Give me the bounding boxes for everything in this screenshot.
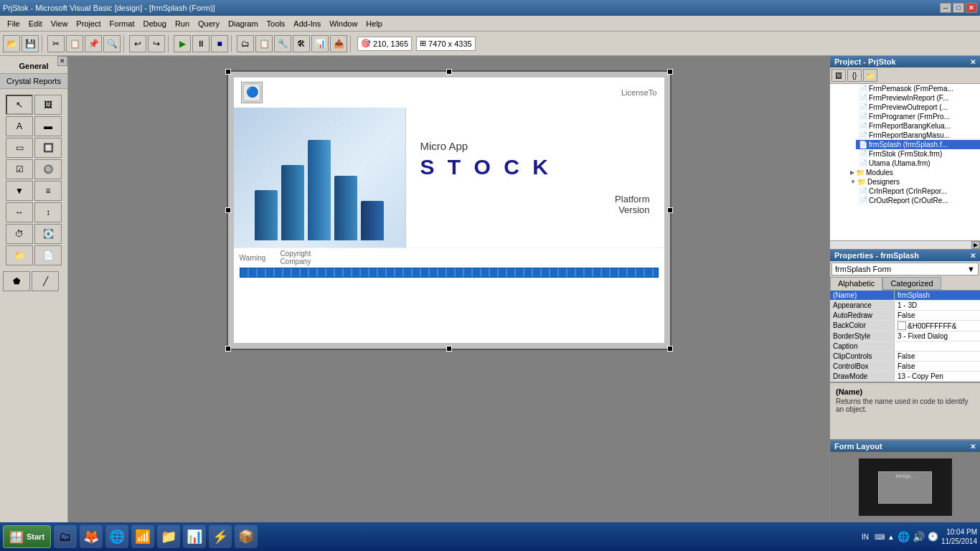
prop-row-backcolor[interactable]: BackColor &H00FFFFFF& xyxy=(830,321,980,331)
tool-line[interactable]: ╱ xyxy=(32,271,59,291)
tool-drive[interactable]: 💽 xyxy=(34,224,62,244)
properties-selector[interactable]: frmSplash Form ▼ xyxy=(831,263,979,276)
tree-item-frmpema[interactable]: 📄 FrmPemasok (FrmPema... xyxy=(856,84,980,93)
tool-pointer[interactable]: ↖ xyxy=(6,95,33,115)
tool-vscroll[interactable]: ↕ xyxy=(34,202,62,222)
tree-item-crinreport[interactable]: 📄 CrInReport (CrInRepor... xyxy=(856,187,980,196)
tool-textbox[interactable]: ▬ xyxy=(34,116,62,136)
tb-run-btn[interactable]: ▶ xyxy=(174,35,191,52)
tab-categorized[interactable]: Categorized xyxy=(882,277,941,290)
tree-item-designers[interactable]: ▼ 📁 Designers xyxy=(847,177,980,187)
tree-item-frmsplash[interactable]: 📄 frmSplash (frmSplash.f... xyxy=(856,140,980,149)
tool-label[interactable]: A xyxy=(6,116,33,136)
tool-picturebox[interactable]: 🖼 xyxy=(34,95,62,115)
taskbar-icon-folder[interactable]: 📁 xyxy=(157,525,180,548)
properties-close-btn[interactable]: ✕ xyxy=(970,252,976,260)
tree-item-frmpreviewout[interactable]: 📄 FrmPreviewOutreport (... xyxy=(856,103,980,112)
tree-item-frmprog[interactable]: 📄 FrmProgramer (FrmPro... xyxy=(856,112,980,121)
tb-misc2-btn[interactable]: 📤 xyxy=(330,35,347,52)
tab-crystal-reports[interactable]: Crystal Reports xyxy=(0,74,67,89)
tool-dir[interactable]: 📁 xyxy=(6,245,33,265)
toggle-folders-btn[interactable]: 📁 xyxy=(863,69,877,82)
tool-hscroll[interactable]: ↔ xyxy=(6,202,33,222)
project-close-btn[interactable]: ✕ xyxy=(970,58,976,66)
tool-shape[interactable]: ⬟ xyxy=(3,271,30,291)
tool-combo[interactable]: ▼ xyxy=(6,181,33,201)
view-object-btn[interactable]: 🖼 xyxy=(831,69,846,82)
tool-list[interactable]: ≡ xyxy=(34,181,62,201)
prop-row-appearance[interactable]: Appearance 1 - 3D xyxy=(830,301,980,311)
menu-diagram[interactable]: Diagram xyxy=(224,18,263,29)
tb-find-btn[interactable]: 🔍 xyxy=(103,35,121,52)
form-canvas[interactable]: 🔵 LicenseTo xyxy=(227,70,672,350)
minimize-button[interactable]: ─ xyxy=(940,3,951,13)
form-preview-box[interactable]: frmSpl... xyxy=(878,471,932,504)
tb-tool-btn[interactable]: 🛠 xyxy=(293,35,310,52)
prop-row-drawmode[interactable]: DrawMode 13 - Copy Pen xyxy=(830,372,980,382)
menu-addins[interactable]: Add-Ins xyxy=(289,18,325,29)
tb-stop-btn[interactable]: ■ xyxy=(211,35,228,52)
menu-edit[interactable]: Edit xyxy=(24,18,47,29)
prop-row-name[interactable]: (Name) frmSplash xyxy=(830,291,980,301)
start-button[interactable]: 🪟 Start xyxy=(3,525,51,548)
taskbar-icon-file[interactable]: 🗂 xyxy=(54,525,77,548)
tb-pause-btn[interactable]: ⏸ xyxy=(192,35,209,52)
menu-query[interactable]: Query xyxy=(194,18,224,29)
prop-row-clipcontrols[interactable]: ClipControls False xyxy=(830,352,980,362)
up-arrow-icon[interactable]: ▲ xyxy=(887,533,895,541)
tb-fmly-btn[interactable]: 🔧 xyxy=(274,35,291,52)
tb-misc1-btn[interactable]: 📊 xyxy=(311,35,329,52)
taskbar-icon-pkg[interactable]: 📦 xyxy=(235,525,258,548)
toolbox-close-btn[interactable]: ✕ xyxy=(57,56,67,66)
close-button[interactable]: ✕ xyxy=(966,3,977,13)
tb-copy-btn[interactable]: 📋 xyxy=(66,35,83,52)
taskbar-icon-report[interactable]: 📊 xyxy=(183,525,206,548)
menu-help[interactable]: Help xyxy=(362,18,387,29)
tb-redo-btn[interactable]: ↪ xyxy=(148,35,165,52)
menu-tools[interactable]: Tools xyxy=(263,18,290,29)
prop-row-controlbox[interactable]: ControlBox False xyxy=(830,362,980,372)
tree-item-utama[interactable]: 📄 Utama (Utama.frm) xyxy=(856,159,980,168)
menu-view[interactable]: View xyxy=(47,18,72,29)
tb-cut-btn[interactable]: ✂ xyxy=(47,35,65,52)
taskbar-icon-chrome[interactable]: 🌐 xyxy=(105,525,128,548)
tab-alphabetic[interactable]: Alphabetic xyxy=(830,277,882,291)
prop-name-value: frmSplash xyxy=(895,291,980,300)
tool-checkbox[interactable]: ☑ xyxy=(6,159,33,179)
tb-proj-btn[interactable]: 🗂 xyxy=(237,35,254,52)
size-value: 7470 x 4335 xyxy=(428,39,472,48)
tb-save-btn[interactable]: 💾 xyxy=(22,35,39,52)
taskbar-icon-browser[interactable]: 🦊 xyxy=(80,525,103,548)
tool-radio[interactable]: 🔘 xyxy=(34,159,62,179)
menu-file[interactable]: File xyxy=(3,18,24,29)
tool-frame[interactable]: ▭ xyxy=(6,138,33,158)
tree-item-croutreport[interactable]: 📄 CrOutReport (CrOutRe... xyxy=(856,196,980,205)
taskbar-icon-wifi[interactable]: 📶 xyxy=(131,525,154,548)
network-icon[interactable]: 🌐 xyxy=(897,531,910,542)
form-layout-close-btn[interactable]: ✕ xyxy=(970,443,976,451)
tb-paste-btn[interactable]: 📌 xyxy=(85,35,102,52)
tb-prop-btn[interactable]: 📋 xyxy=(255,35,273,52)
tree-item-frmreportmasu[interactable]: 📄 FrmReportBarangMasu... xyxy=(856,131,980,140)
volume-icon[interactable]: 🔊 xyxy=(913,531,925,542)
view-code-btn[interactable]: {} xyxy=(847,69,862,82)
tree-item-frmreportkelua[interactable]: 📄 FrmReportBarangKelua... xyxy=(856,121,980,131)
prop-row-borderstyle[interactable]: BorderStyle 3 - Fixed Dialog xyxy=(830,331,980,342)
menu-debug[interactable]: Debug xyxy=(138,18,170,29)
taskbar-icon-tool[interactable]: ⚡ xyxy=(209,525,232,548)
menu-window[interactable]: Window xyxy=(325,18,362,29)
menu-format[interactable]: Format xyxy=(105,18,139,29)
tool-timer[interactable]: ⏱ xyxy=(6,224,33,244)
tb-open-btn[interactable]: 📂 xyxy=(3,35,20,52)
tool-file[interactable]: 📄 xyxy=(34,245,62,265)
tree-item-frmpreviewin[interactable]: 📄 FrmPreviewInReport (F... xyxy=(856,93,980,103)
tool-button[interactable]: 🔲 xyxy=(34,138,62,158)
maximize-button[interactable]: □ xyxy=(953,3,964,13)
tb-undo-btn[interactable]: ↩ xyxy=(129,35,146,52)
prop-row-caption[interactable]: Caption xyxy=(830,342,980,352)
tree-item-modules[interactable]: ▶ 📁 Modules xyxy=(847,168,980,177)
tree-item-frmstok[interactable]: 📄 FrmStok (FrmStok.frm) xyxy=(856,149,980,159)
prop-row-autoredraw[interactable]: AutoRedraw False xyxy=(830,311,980,321)
menu-run[interactable]: Run xyxy=(171,18,194,29)
menu-project[interactable]: Project xyxy=(72,18,105,29)
